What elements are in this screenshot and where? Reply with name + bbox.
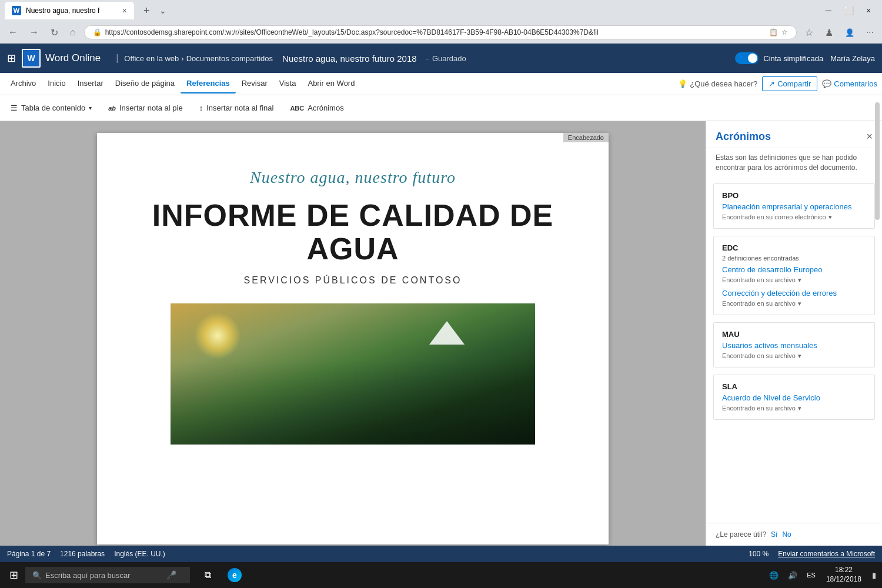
word-logo-icon: W — [22, 49, 41, 68]
mic-icon[interactable]: 🎤 — [166, 570, 176, 580]
menu-bar: Archivo Inicio Insertar Diseño de página… — [0, 73, 882, 95]
network-icon[interactable]: 🌐 — [766, 569, 782, 582]
acronym-source-sla-0[interactable]: Encontrado en su archivo ▾ — [722, 405, 866, 412]
header-doc-title: Nuestro agua, nuestro futuro 2018 — [282, 54, 417, 64]
page-count: Página 1 de 7 — [7, 550, 51, 558]
source-chevron-icon-5: ▾ — [798, 405, 801, 412]
ribbon-footnote-label: Insertar nota al pie — [119, 103, 183, 112]
comments-label: Comentarios — [834, 79, 877, 88]
acronym-code-mau: MAU — [722, 330, 866, 339]
footnote-icon: ab — [108, 105, 116, 112]
main-area: Encabezado Nuestro agua, nuestro futuro … — [0, 121, 882, 546]
zoom-level: 100 % — [749, 550, 769, 558]
acronym-def-edc-0[interactable]: Centro de desarrollo Europeo — [722, 265, 866, 274]
taskbar-task-view[interactable]: ⧉ — [195, 562, 220, 588]
acronym-source-edc-0[interactable]: Encontrado en su archivo ▾ — [722, 276, 866, 284]
breadcrumb-office[interactable]: Office en la web — [124, 54, 179, 63]
add-tab-button[interactable]: + — [139, 2, 155, 19]
ribbon-toggle[interactable]: Cinta simplificada — [735, 52, 823, 64]
status-bar-right: 100 % Enviar comentarios a Microsoft — [749, 550, 875, 558]
panel-close-button[interactable]: × — [866, 131, 873, 143]
menu-item-inicio[interactable]: Inicio — [42, 74, 71, 93]
help-label: ¿Qué desea hacer? — [690, 79, 757, 88]
word-online-header: ⊞ W Word Online | Office en la web › Doc… — [0, 44, 882, 73]
document-page: Encabezado Nuestro agua, nuestro futuro … — [97, 133, 609, 544]
help-button[interactable]: 💡 ¿Qué desea hacer? — [678, 79, 757, 88]
page-header-tag: Encabezado — [563, 133, 609, 142]
ribbon-footnote[interactable]: ab Insertar nota al pie — [105, 101, 186, 115]
profile-button[interactable]: 👤 — [841, 26, 858, 39]
address-input[interactable]: 🔒 https://contosodemsg.sharepoint.com/:w… — [84, 25, 797, 39]
browser-title-bar: W Nuestro agua, nuestro f × + ⌄ ─ ⬜ × — [0, 0, 882, 21]
browser-tab[interactable]: W Nuestro agua, nuestro f × — [5, 2, 134, 19]
menu-item-abrir-word[interactable]: Abrir en Word — [302, 74, 360, 93]
back-button[interactable]: ← — [5, 25, 21, 40]
acronym-def-bpo-0[interactable]: Planeación empresarial y operaciones — [722, 202, 866, 211]
share-button[interactable]: ↗ Compartir — [762, 76, 817, 91]
comments-button[interactable]: 💬 Comentarios — [822, 79, 877, 88]
menu-item-diseno[interactable]: Diseño de página — [109, 74, 181, 93]
footer-no-link[interactable]: No — [782, 530, 791, 539]
waffle-menu-icon[interactable]: ⊞ — [7, 52, 16, 65]
start-button[interactable]: ⊞ — [2, 564, 25, 586]
clock-date: 18/12/2018 — [826, 575, 861, 584]
menu-item-referencias[interactable]: Referencias — [181, 74, 236, 93]
taskbar-edge-icon[interactable]: e — [222, 562, 248, 588]
acronym-code-sla: SLA — [722, 382, 866, 391]
acronym-code-bpo: BPO — [722, 191, 866, 200]
acronyms-icon: ABC — [290, 105, 304, 112]
menu-right: 💡 ¿Qué desea hacer? ↗ Compartir 💬 Coment… — [678, 76, 877, 91]
lock-icon: 🔒 — [93, 28, 102, 36]
settings-button[interactable]: ··· — [863, 25, 877, 40]
toc-icon: ☰ — [11, 103, 18, 112]
menu-item-insertar[interactable]: Insertar — [72, 74, 109, 93]
forward-button[interactable]: → — [26, 25, 42, 40]
extensions-button[interactable]: ♟ — [821, 25, 837, 41]
volume-icon[interactable]: 🔊 — [784, 569, 801, 582]
language-indicator[interactable]: ES — [803, 569, 819, 581]
ribbon-toc[interactable]: ☰ Tabla de contenido ▾ — [7, 101, 95, 115]
menu-item-archivo[interactable]: Archivo — [5, 74, 42, 93]
search-input[interactable] — [45, 571, 163, 580]
taskbar: ⊞ 🔍 🎤 ⧉ e 🌐 🔊 ES 18:22 18/12/2018 ▮ — [0, 562, 882, 588]
menu-item-revisar[interactable]: Revisar — [236, 74, 273, 93]
acronym-def-edc-1[interactable]: Corrección y detección de errores — [722, 289, 866, 298]
menu-item-vista[interactable]: Vista — [273, 74, 302, 93]
home-button[interactable]: ⌂ — [66, 25, 79, 40]
user-name[interactable]: María Zelaya — [830, 54, 875, 63]
acronym-def-mau-0[interactable]: Usuarios activos mensuales — [722, 341, 866, 350]
breadcrumb-folder[interactable]: Documentos compartidos — [186, 54, 273, 63]
tab-dropdown-button[interactable]: ⌄ — [159, 6, 166, 15]
favorites-button[interactable]: ☆ — [801, 25, 817, 41]
footer-yes-link[interactable]: Sí — [771, 530, 777, 539]
taskbar-search[interactable]: 🔍 🎤 — [25, 567, 190, 583]
toggle-switch[interactable] — [735, 52, 759, 64]
show-desktop-button[interactable]: ▮ — [868, 569, 880, 582]
document-scroll-container[interactable]: Encabezado Nuestro agua, nuestro futuro … — [0, 121, 706, 546]
refresh-button[interactable]: ↻ — [47, 25, 62, 41]
window-controls: ─ ⬜ × — [820, 4, 877, 18]
acronym-source-mau-0[interactable]: Encontrado en su archivo ▾ — [722, 352, 866, 360]
acronym-count-edc: 2 definiciones encontradas — [722, 255, 866, 262]
edge-browser-icon: e — [228, 568, 242, 582]
feedback-link[interactable]: Enviar comentarios a Microsoft — [778, 550, 875, 558]
taskbar-clock[interactable]: 18:22 18/12/2018 — [821, 563, 866, 586]
endnote-icon: ↕ — [199, 103, 203, 112]
maximize-button[interactable]: ⬜ — [840, 4, 857, 18]
source-chevron-icon: ▾ — [828, 213, 832, 221]
breadcrumb: Office en la web › Documentos compartido… — [124, 54, 273, 63]
acronym-source-edc-1[interactable]: Encontrado en su archivo ▾ — [722, 300, 866, 308]
saved-indicator: Guardado — [432, 54, 466, 63]
ribbon-toc-label: Tabla de contenido — [21, 103, 85, 112]
minimize-button[interactable]: ─ — [820, 4, 837, 18]
ribbon-acronyms[interactable]: ABC Acrónimos — [286, 101, 347, 115]
document-title: INFORME DE CALIDAD DE AGUA — [144, 199, 562, 266]
document-content: Nuestro agua, nuestro futuro INFORME DE … — [97, 133, 609, 468]
ribbon-endnote[interactable]: ↕ Insertar nota al final — [196, 101, 278, 115]
close-button[interactable]: × — [860, 4, 877, 18]
acronym-def-sla-0[interactable]: Acuerdo de Nivel de Servicio — [722, 393, 866, 402]
tab-close-icon[interactable]: × — [122, 6, 127, 15]
comment-icon: 💬 — [822, 79, 831, 88]
panel-header: Acrónimos × — [706, 121, 882, 148]
acronym-source-bpo-0[interactable]: Encontrado en su correo electrónico ▾ — [722, 213, 866, 221]
